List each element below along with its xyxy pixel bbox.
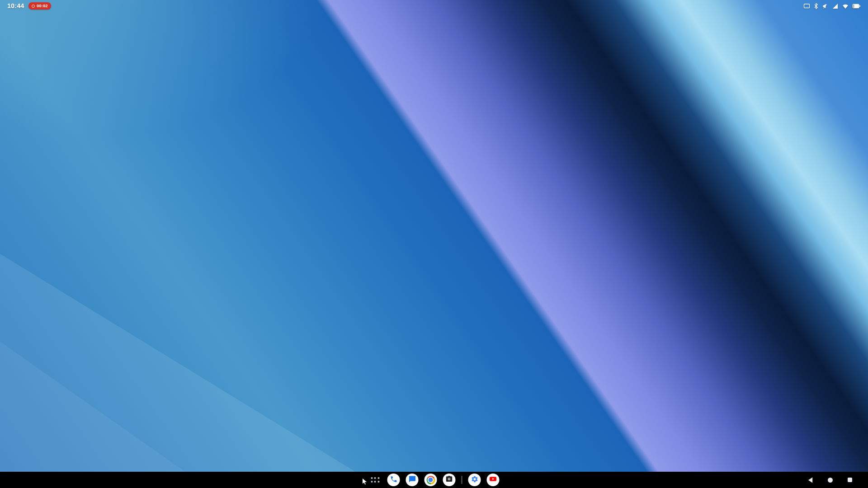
phone-icon	[390, 475, 397, 485]
all-apps-grid-icon	[371, 477, 379, 483]
bluetooth-icon	[813, 3, 819, 9]
gear-icon	[471, 475, 478, 485]
home-circle-icon	[828, 478, 833, 483]
chat-bubble-icon	[408, 475, 416, 485]
record-dot-icon	[32, 5, 35, 8]
wifi-icon	[842, 3, 849, 9]
clock: 10:44	[7, 2, 24, 9]
back-button[interactable]	[807, 476, 814, 483]
overview-square-icon	[848, 478, 852, 482]
overview-button[interactable]	[846, 476, 854, 483]
cast-icon	[803, 3, 810, 9]
camera-icon	[445, 475, 453, 485]
navigation-bar	[807, 472, 854, 488]
battery-icon	[852, 3, 861, 9]
taskbar	[0, 472, 868, 488]
youtube-play-icon	[489, 474, 498, 485]
all-apps-button[interactable]	[369, 474, 382, 486]
back-triangle-icon	[807, 477, 813, 483]
android-home-screen: 10:44 00:02	[0, 0, 868, 488]
messages-app-button[interactable]	[406, 474, 419, 486]
youtube-app-button[interactable]	[487, 474, 500, 486]
chrome-app-button[interactable]	[425, 474, 437, 486]
recording-timer: 00:02	[37, 4, 48, 8]
phone-app-button[interactable]	[387, 474, 400, 486]
dock-divider	[462, 476, 462, 484]
status-icons	[803, 3, 861, 9]
screen-recording-badge[interactable]: 00:02	[28, 2, 51, 9]
volume-muted-icon	[822, 3, 829, 9]
status-bar: 10:44 00:02	[0, 0, 868, 12]
dock	[369, 472, 500, 488]
signal-icon	[832, 3, 839, 9]
camera-app-button[interactable]	[443, 474, 456, 486]
settings-app-button[interactable]	[468, 474, 481, 486]
home-button[interactable]	[826, 476, 834, 483]
chrome-icon	[426, 476, 435, 484]
